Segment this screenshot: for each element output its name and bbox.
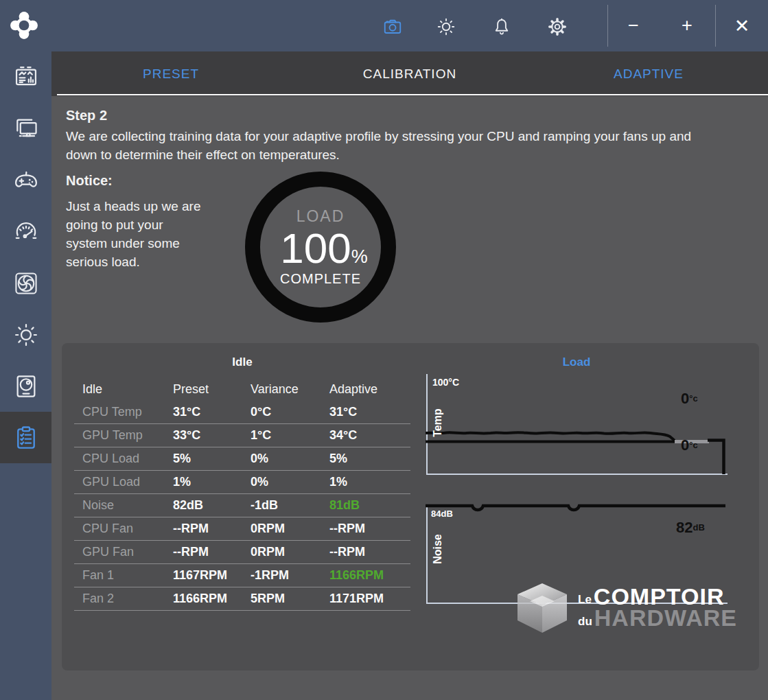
watermark-du: du xyxy=(578,616,594,629)
sidebar-item-cooling-fan[interactable] xyxy=(0,257,51,309)
tab-underline xyxy=(57,94,768,95)
zoom-out-button[interactable]: − xyxy=(613,0,654,51)
progress-status: COMPLETE xyxy=(280,271,361,287)
temp-axis-max-label: 100°C xyxy=(432,377,459,388)
highlighted-value: 1166RPM xyxy=(329,568,410,583)
liquid-cooler-icon xyxy=(13,373,39,399)
table-row: CPU Load 5% 0% 5% xyxy=(74,447,410,471)
table-row: GPU Load 1% 0% 1% xyxy=(74,471,410,494)
table-row: CPU Temp 31°C 0°C 31°C xyxy=(74,401,410,424)
titlebar: − + ✕ xyxy=(0,0,768,51)
watermark-le: Le xyxy=(578,594,594,607)
column-header: Variance xyxy=(251,382,329,397)
table-row: GPU Temp 33°C 1°C 34°C xyxy=(74,424,410,447)
speedometer-gauge-icon xyxy=(13,219,39,245)
sidebar-item-calibration[interactable] xyxy=(0,412,51,463)
progress-percent-sign: % xyxy=(351,248,368,270)
calibration-content: Step 2 We are collecting training data f… xyxy=(51,96,768,700)
brightness-sun-icon[interactable] xyxy=(436,16,456,37)
tabbar: PRESET CALIBRATION ADAPTIVE xyxy=(51,51,768,96)
sidebar-item-cooler[interactable] xyxy=(0,360,51,412)
temp-end-label-bottom: 0°c xyxy=(681,438,698,453)
table-row: Noise 82dB -1dB 81dB xyxy=(74,494,410,517)
titlebar-divider xyxy=(607,5,608,47)
tab-preset[interactable]: PRESET xyxy=(51,51,290,96)
app-logo-icon[interactable] xyxy=(10,11,38,43)
cam-application-window: − + ✕ xyxy=(0,0,768,700)
sidebar-item-performance[interactable] xyxy=(0,206,51,257)
column-header: Idle xyxy=(82,382,173,397)
table-row: Fan 1 1167RPM -1RPM 1166RPM xyxy=(74,564,410,587)
sidebar-item-dashboard[interactable] xyxy=(0,51,51,103)
chart-title: Load xyxy=(426,355,728,369)
temp-chart xyxy=(426,373,731,477)
highlighted-value: 81dB xyxy=(329,498,410,513)
results-panel: Idle Idle Preset Variance Adaptive CPU T… xyxy=(62,343,759,670)
table-row: Fan 2 1166RPM 5RPM 1171RPM xyxy=(74,587,410,611)
step-description: We are collecting training data for your… xyxy=(66,127,714,164)
pc-monitor-icon xyxy=(13,116,39,142)
fan-icon xyxy=(13,270,39,296)
table-row: GPU Fan --RPM 0RPM --RPM xyxy=(74,541,410,564)
notice-title: Notice: xyxy=(66,173,113,189)
notice-text: Just a heads up we are going to put your… xyxy=(66,197,207,271)
settings-gear-icon[interactable] xyxy=(547,16,568,37)
noise-axis-ref-label: 84dB xyxy=(431,509,453,519)
watermark: Le COMPTOIR du HARDWARE xyxy=(515,581,737,634)
progress-value: 100 xyxy=(280,227,351,270)
watermark-hardware: HARDWARE xyxy=(594,607,737,629)
lighting-sun-icon xyxy=(13,322,39,348)
temp-axis-label: Temp xyxy=(432,395,444,450)
column-header: Preset xyxy=(173,382,251,397)
noise-axis-label: Noise xyxy=(432,522,444,576)
table-title: Idle xyxy=(74,355,410,369)
sidebar-item-lighting[interactable] xyxy=(0,309,51,360)
watermark-cube-icon xyxy=(515,581,570,634)
noise-end-label: 82dB xyxy=(676,520,705,535)
tab-calibration[interactable]: CALIBRATION xyxy=(290,51,529,96)
load-progress-ring: LOAD 100 % COMPLETE xyxy=(245,172,396,323)
table-header-row: Idle Preset Variance Adaptive xyxy=(74,377,410,401)
screenshot-camera-icon[interactable] xyxy=(382,16,403,37)
calibration-clipboard-icon xyxy=(13,425,39,451)
dashboard-icon xyxy=(13,65,39,91)
sidebar xyxy=(0,51,51,700)
close-button[interactable]: ✕ xyxy=(721,0,763,51)
titlebar-divider xyxy=(715,5,716,47)
tab-adaptive[interactable]: ADAPTIVE xyxy=(529,51,768,96)
table-row: CPU Fan --RPM 0RPM --RPM xyxy=(74,517,410,541)
idle-results-table: Idle Idle Preset Variance Adaptive CPU T… xyxy=(74,349,410,611)
sidebar-item-gaming[interactable] xyxy=(0,154,51,206)
sidebar-item-pc-monitoring[interactable] xyxy=(0,103,51,154)
zoom-in-button[interactable]: + xyxy=(666,0,708,51)
notifications-bell-icon[interactable] xyxy=(491,16,512,37)
gamepad-icon xyxy=(13,167,39,194)
progress-label: LOAD xyxy=(296,207,345,226)
step-title: Step 2 xyxy=(66,108,107,124)
temp-end-label-top: 0°c xyxy=(681,391,698,406)
column-header: Adaptive xyxy=(329,382,410,397)
